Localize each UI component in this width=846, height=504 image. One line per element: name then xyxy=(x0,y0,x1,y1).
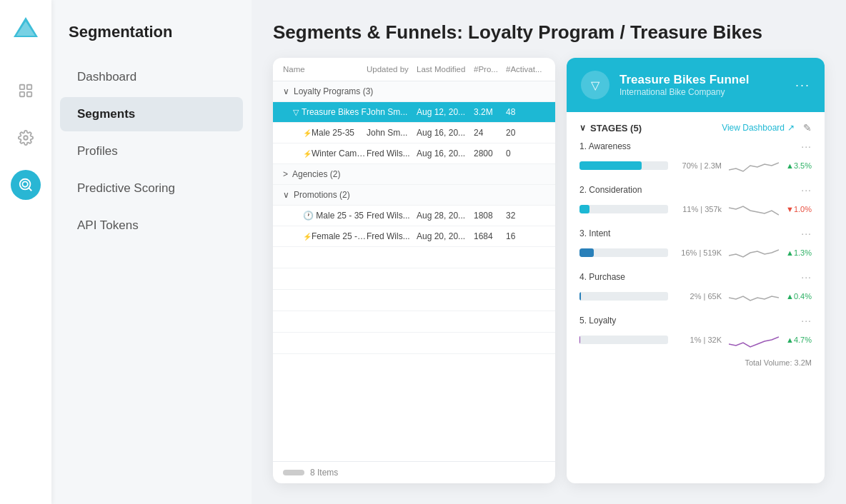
detail-more-button[interactable]: ··· xyxy=(795,78,810,93)
sidebar-item-api-tokens[interactable]: API Tokens xyxy=(60,208,243,243)
stage-header: 2. Consideration ··· xyxy=(579,184,812,196)
group-row-promotions[interactable]: ∨ Promotions (2) xyxy=(273,185,555,206)
external-link-icon: ↗ xyxy=(787,123,795,133)
svg-rect-2 xyxy=(20,85,24,89)
stages-title: STAGES (5) xyxy=(579,123,642,133)
stage-item: 4. Purchase ··· 2% | 65K ▲0.4% xyxy=(579,271,812,306)
stage-name: 4. Purchase xyxy=(579,272,625,282)
svg-line-9 xyxy=(29,188,31,191)
nav-search-icon[interactable] xyxy=(11,170,41,200)
row-pro: 2800 xyxy=(474,148,506,158)
row-activat: 16 xyxy=(506,231,545,241)
stage-bar-row: 16% | 519K ▲1.3% xyxy=(579,243,812,263)
nav-settings-icon[interactable] xyxy=(11,123,41,153)
row-modified: Aug 28, 20... xyxy=(417,211,474,221)
row-activat: 32 xyxy=(506,211,545,221)
stage-bar-fill xyxy=(579,336,580,344)
group-label: Agencies (2) xyxy=(292,169,340,179)
stage-bar-bg xyxy=(579,205,668,213)
stage-meta: 16% | 519K xyxy=(675,248,722,257)
stage-header: 1. Awareness ··· xyxy=(579,141,812,152)
row-activat: 48 xyxy=(506,107,545,117)
view-dashboard-button[interactable]: View Dashboard ↗ xyxy=(722,123,795,133)
stage-sparkline xyxy=(729,243,779,263)
stage-bar-fill xyxy=(579,161,642,170)
col-modified: Last Modified xyxy=(417,65,474,74)
detail-header-text: Treasure Bikes Funnel International Bike… xyxy=(619,73,749,97)
empty-row xyxy=(273,247,555,268)
table-row[interactable]: Winter Campaign Fred Wils... Aug 16, 20.… xyxy=(273,143,555,164)
scrollbar-thumb[interactable] xyxy=(283,470,304,475)
row-pro: 1684 xyxy=(474,231,506,241)
icon-bar xyxy=(0,0,51,504)
sidebar-item-segments[interactable]: Segments xyxy=(60,97,243,131)
stage-header: 5. Loyalty ··· xyxy=(579,315,812,326)
table-header: Name Updated by Last Modified #Pro... #A… xyxy=(273,58,555,81)
stage-item: 5. Loyalty ··· 1% | 32K ▲4.7% xyxy=(579,315,812,350)
row-modified: Aug 12, 20... xyxy=(417,107,474,117)
stage-more-button[interactable]: ··· xyxy=(801,228,812,239)
stage-item: 1. Awareness ··· 70% | 2.3M ▲3.5% xyxy=(579,141,812,176)
stage-bar-row: 1% | 32K ▲4.7% xyxy=(579,330,812,350)
table-row[interactable]: Treasure Bikes Funnel John Sm... Aug 12,… xyxy=(273,102,555,123)
row-name: Male 25-35 xyxy=(303,128,367,138)
group-expand-icon: ∨ xyxy=(283,190,289,200)
stage-meta: 11% | 357k xyxy=(675,205,722,213)
row-name: Treasure Bikes Funnel xyxy=(293,107,367,117)
stage-more-button[interactable]: ··· xyxy=(801,141,812,152)
row-modified: Aug 16, 20... xyxy=(417,148,474,158)
row-activat: 20 xyxy=(506,128,545,138)
stage-header: 4. Purchase ··· xyxy=(579,271,812,283)
stages-section: STAGES (5) View Dashboard ↗ ✎ 1. Awarene… xyxy=(567,112,825,483)
stage-sparkline xyxy=(729,286,779,306)
stages-title-row: STAGES (5) View Dashboard ↗ ✎ xyxy=(579,122,812,133)
group-row-agencies[interactable]: > Agencies (2) xyxy=(273,164,555,185)
stage-name: 2. Consideration xyxy=(579,185,642,195)
row-pro: 3.2M xyxy=(474,107,506,117)
stage-sparkline xyxy=(729,199,779,219)
item-count: 8 Items xyxy=(310,468,338,478)
row-updated: John Sm... xyxy=(367,107,417,117)
app-title: Segmentation xyxy=(51,14,252,59)
stage-delta: ▲4.7% xyxy=(786,336,812,344)
row-updated: John Sm... xyxy=(367,128,417,138)
stage-more-button[interactable]: ··· xyxy=(801,315,812,326)
stage-bar-bg xyxy=(579,248,668,257)
svg-point-7 xyxy=(22,181,27,186)
group-label: Loyalty Programs (3) xyxy=(294,86,373,96)
stage-bar-bg xyxy=(579,336,668,344)
stage-bar-fill xyxy=(579,248,594,257)
empty-row xyxy=(273,290,555,311)
sidebar-item-profiles[interactable]: Profiles xyxy=(60,134,243,168)
stage-bar-row: 70% | 2.3M ▲3.5% xyxy=(579,156,812,176)
sidebar-item-dashboard[interactable]: Dashboard xyxy=(60,60,243,94)
nav-pill-icon[interactable] xyxy=(11,76,41,106)
table-row[interactable]: 🕐 Male 25 - 35 Fred Wils... Aug 28, 20..… xyxy=(273,206,555,226)
funnel-subtitle: International Bike Company xyxy=(619,87,749,97)
stage-name: 5. Loyalty xyxy=(579,316,616,326)
main-content: Segments & Funnels: Loyalty Program / Tr… xyxy=(252,0,846,504)
total-volume: Total Volume: 3.2M xyxy=(579,358,812,367)
col-pro: #Pro... xyxy=(474,65,506,74)
stage-delta: ▲1.3% xyxy=(786,248,812,257)
stage-bar-row: 11% | 357k ▼1.0% xyxy=(579,199,812,219)
row-pro: 24 xyxy=(474,128,506,138)
group-expand-icon: > xyxy=(283,169,288,179)
row-activat: 0 xyxy=(506,148,545,158)
stage-more-button[interactable]: ··· xyxy=(801,184,812,196)
edit-icon[interactable]: ✎ xyxy=(803,122,812,133)
stage-sparkline xyxy=(729,330,779,350)
table-row[interactable]: Male 25-35 John Sm... Aug 16, 20... 24 2… xyxy=(273,123,555,143)
stage-more-button[interactable]: ··· xyxy=(801,271,812,283)
stage-item: 3. Intent ··· 16% | 519K ▲1.3% xyxy=(579,228,812,263)
detail-panel: ▽ Treasure Bikes Funnel International Bi… xyxy=(567,58,825,483)
logo-icon xyxy=(11,14,41,44)
row-name: 🕐 Male 25 - 35 xyxy=(303,211,367,221)
group-row-loyalty[interactable]: ∨ Loyalty Programs (3) xyxy=(273,81,555,102)
empty-row xyxy=(273,311,555,333)
sidebar-item-predictive-scoring[interactable]: Predictive Scoring xyxy=(60,171,243,206)
svg-point-6 xyxy=(24,136,28,140)
stage-name: 3. Intent xyxy=(579,228,610,238)
row-updated: Fred Wils... xyxy=(367,148,417,158)
table-row[interactable]: Female 25 - 35 Fred Wils... Aug 20, 20..… xyxy=(273,226,555,247)
